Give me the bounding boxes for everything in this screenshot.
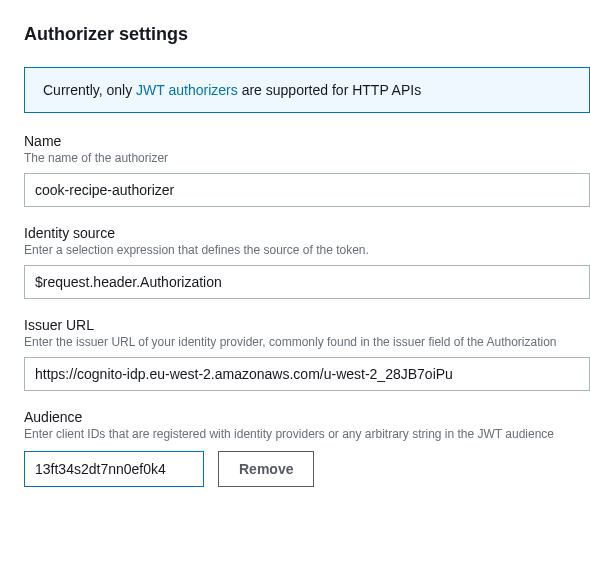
info-alert: Currently, only JWT authorizers are supp…	[24, 67, 590, 113]
identity-source-description: Enter a selection expression that define…	[24, 243, 590, 257]
audience-label: Audience	[24, 409, 590, 425]
audience-input[interactable]	[24, 451, 204, 487]
name-label: Name	[24, 133, 590, 149]
page-title: Authorizer settings	[24, 24, 590, 45]
name-description: The name of the authorizer	[24, 151, 590, 165]
issuer-url-label: Issuer URL	[24, 317, 590, 333]
identity-source-field-group: Identity source Enter a selection expres…	[24, 225, 590, 299]
audience-row: Remove	[24, 451, 590, 487]
issuer-url-description: Enter the issuer URL of your identity pr…	[24, 335, 590, 349]
jwt-authorizers-link[interactable]: JWT authorizers	[136, 82, 238, 98]
info-alert-text-prefix: Currently, only	[43, 82, 136, 98]
name-input[interactable]	[24, 173, 590, 207]
name-field-group: Name The name of the authorizer	[24, 133, 590, 207]
info-alert-text-suffix: are supported for HTTP APIs	[238, 82, 421, 98]
identity-source-input[interactable]	[24, 265, 590, 299]
issuer-url-input[interactable]	[24, 357, 590, 391]
identity-source-label: Identity source	[24, 225, 590, 241]
audience-description: Enter client IDs that are registered wit…	[24, 427, 590, 441]
audience-field-group: Audience Enter client IDs that are regis…	[24, 409, 590, 487]
issuer-url-field-group: Issuer URL Enter the issuer URL of your …	[24, 317, 590, 391]
remove-button[interactable]: Remove	[218, 451, 314, 487]
